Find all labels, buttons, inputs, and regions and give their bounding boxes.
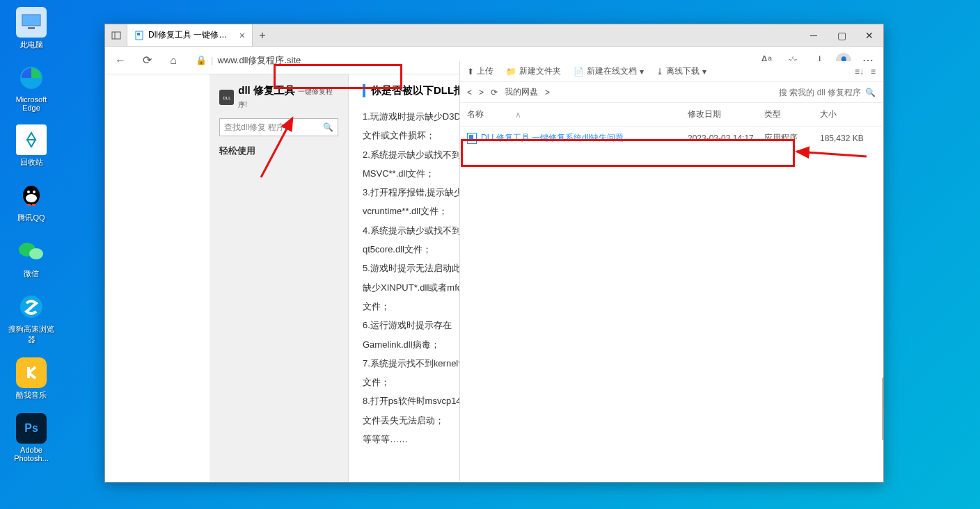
upload-button[interactable]: ⬆ 上传 bbox=[467, 65, 493, 77]
sidebar-search-box[interactable]: 查找dll修复 程序 🔍 bbox=[219, 118, 338, 136]
search-placeholder: 查找dll修复 程序 bbox=[224, 122, 285, 134]
new-online-doc-button[interactable]: 📄 新建在线文档 ▾ bbox=[574, 65, 644, 77]
svg-point-10 bbox=[29, 248, 43, 259]
chevron-down-icon: ▾ bbox=[640, 67, 644, 76]
new-folder-button[interactable]: 📁 新建文件夹 bbox=[506, 65, 561, 77]
tab-close-icon[interactable]: × bbox=[239, 30, 245, 41]
folder-plus-icon: 📁 bbox=[506, 67, 516, 76]
qq-icon bbox=[16, 180, 47, 211]
close-button[interactable]: ✕ bbox=[855, 24, 883, 47]
side-tab-button[interactable] bbox=[105, 24, 127, 46]
file-panel: ⬆ 上传 📁 新建文件夹 📄 新建在线文档 ▾ ⤓ 离线下载 ▾ ≡↓ ≡ < … bbox=[459, 61, 883, 481]
desktop-icon-qq[interactable]: 腾讯QQ bbox=[7, 180, 56, 223]
col-name-header[interactable]: 名称 bbox=[467, 108, 484, 120]
desktop-icon-label: 此电脑 bbox=[20, 40, 43, 50]
desktop-icons: 此电脑 Microsoft Edge 回收站 腾讯QQ 微信 搜狗高速浏览器 bbox=[7, 7, 56, 462]
file-date: 2023-03-03 14:17 bbox=[688, 134, 764, 143]
svg-point-4 bbox=[26, 194, 37, 202]
home-button[interactable]: ⌂ bbox=[164, 51, 183, 70]
desktop-icon-label: 腾讯QQ bbox=[17, 213, 45, 223]
desktop-icon-sogou[interactable]: 搜狗高速浏览器 bbox=[7, 291, 56, 345]
edge-icon bbox=[16, 63, 47, 93]
file-size: 185,432 KB bbox=[820, 134, 876, 143]
search-icon: 🔍 bbox=[323, 122, 333, 132]
desktop-icon-label: 回收站 bbox=[20, 157, 43, 168]
sort-button[interactable]: ≡↓ bbox=[855, 67, 864, 76]
svg-rect-7 bbox=[27, 204, 31, 206]
lock-icon: 🔒 bbox=[196, 55, 207, 65]
refresh-button[interactable]: ⟳ bbox=[137, 51, 157, 70]
svg-point-5 bbox=[27, 191, 30, 193]
breadcrumb-root[interactable]: 我的网盘 bbox=[505, 86, 538, 98]
tab-strip: Dll修复工具 一键修复电脑丢失Dl... × + bbox=[105, 24, 800, 46]
titlebar: Dll修复工具 一键修复电脑丢失Dl... × + ─ ▢ ✕ bbox=[105, 24, 883, 47]
computer-icon bbox=[16, 7, 47, 38]
svg-rect-15 bbox=[137, 33, 140, 35]
logo-row: DLL dll 修复工具 一键修复程序! bbox=[219, 84, 338, 110]
col-type-header[interactable]: 类型 bbox=[764, 108, 820, 120]
sidebar-section-label: 轻松使用 bbox=[219, 145, 338, 157]
nav-back-button[interactable]: < bbox=[467, 88, 472, 97]
file-name: DLL修复工具 一键修复系统dll缺失问题... bbox=[481, 132, 631, 144]
tab-title: Dll修复工具 一键修复电脑丢失Dl... bbox=[148, 29, 235, 41]
kugou-icon bbox=[16, 357, 47, 388]
desktop-icon-recycle[interactable]: 回收站 bbox=[7, 124, 56, 168]
browser-tab[interactable]: Dll修复工具 一键修复电脑丢失Dl... × bbox=[127, 24, 253, 46]
search-icon[interactable]: 🔍 bbox=[865, 88, 876, 97]
new-tab-button[interactable]: + bbox=[253, 24, 272, 46]
desktop-icon-kugou[interactable]: 酷我音乐 bbox=[7, 357, 56, 401]
desktop-icon-label: Microsoft Edge bbox=[7, 95, 56, 112]
svg-point-6 bbox=[33, 191, 35, 193]
nav-refresh-button[interactable]: ⟳ bbox=[491, 88, 498, 97]
file-toolbar: ⬆ 上传 📁 新建文件夹 📄 新建在线文档 ▾ ⤓ 离线下载 ▾ ≡↓ ≡ bbox=[460, 61, 883, 82]
desktop-icon-photoshop[interactable]: Ps Adobe Photosh... bbox=[7, 413, 56, 462]
desktop-icon-label: Adobe Photosh... bbox=[7, 446, 56, 462]
desktop-icon-this-pc[interactable]: 此电脑 bbox=[7, 7, 56, 50]
sidebar-icon bbox=[111, 31, 121, 40]
desktop-icon-label: 微信 bbox=[24, 268, 39, 279]
desktop-icon-edge[interactable]: Microsoft Edge bbox=[7, 63, 56, 112]
file-row[interactable]: DLL修复工具 一键修复系统dll缺失问题... 2023-03-03 14:1… bbox=[460, 127, 883, 150]
desktop-icon-wechat[interactable]: 微信 bbox=[7, 236, 56, 279]
desktop-icon-label: 搜狗高速浏览器 bbox=[7, 324, 56, 345]
list-view-button[interactable]: ≡ bbox=[871, 67, 876, 76]
photoshop-icon: Ps bbox=[16, 413, 47, 444]
nav-forward-button[interactable]: > bbox=[479, 88, 484, 97]
breadcrumb-chevron: > bbox=[545, 88, 550, 97]
back-button[interactable]: ← bbox=[111, 51, 130, 70]
page-icon bbox=[134, 31, 144, 40]
url-text: www.dll修复程序.site bbox=[217, 54, 301, 67]
file-list-header: 名称 ∧ 修改日期 类型 大小 bbox=[460, 103, 883, 127]
maximize-button[interactable]: ▢ bbox=[828, 24, 855, 47]
addressbar[interactable]: 🔒 | www.dll修复程序.site bbox=[190, 51, 306, 70]
col-date-header[interactable]: 修改日期 bbox=[688, 108, 764, 120]
logo-text: dll 修复工具 bbox=[238, 84, 295, 96]
file-breadcrumb: < > ⟳ 我的网盘 > 🔍 bbox=[460, 82, 883, 103]
sort-indicator-icon: ∧ bbox=[515, 110, 521, 120]
offline-download-button[interactable]: ⤓ 离线下载 ▾ bbox=[656, 65, 706, 77]
dll-logo-icon: DLL bbox=[219, 90, 234, 105]
svg-rect-8 bbox=[32, 204, 35, 206]
file-search-input[interactable] bbox=[777, 88, 861, 97]
window-controls: ─ ▢ ✕ bbox=[800, 24, 883, 47]
chevron-down-icon: ▾ bbox=[702, 67, 706, 76]
sogou-icon bbox=[16, 291, 47, 322]
recycle-bin-icon bbox=[16, 124, 47, 155]
download-icon: ⤓ bbox=[656, 67, 663, 76]
document-icon: 📄 bbox=[574, 67, 584, 76]
exe-file-icon bbox=[467, 133, 477, 144]
file-type: 应用程序 bbox=[764, 132, 820, 144]
wechat-icon bbox=[16, 236, 47, 266]
col-size-header[interactable]: 大小 bbox=[820, 108, 876, 120]
svg-text:DLL: DLL bbox=[223, 96, 231, 100]
minimize-button[interactable]: ─ bbox=[800, 24, 828, 47]
svg-rect-12 bbox=[112, 32, 120, 39]
desktop-icon-label: 酷我音乐 bbox=[16, 390, 47, 401]
svg-rect-1 bbox=[28, 27, 35, 29]
page-sidebar: DLL dll 修复工具 一键修复程序! 查找dll修复 程序 🔍 轻松使用 bbox=[210, 74, 349, 482]
svg-rect-0 bbox=[22, 15, 40, 26]
upload-icon: ⬆ bbox=[467, 67, 474, 76]
